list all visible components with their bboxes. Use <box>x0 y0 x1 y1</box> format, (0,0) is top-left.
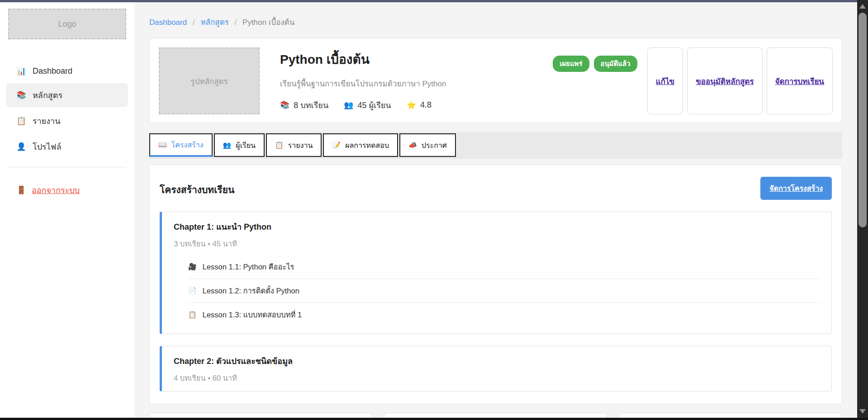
sidebar-item-label: Dashboard <box>33 66 72 76</box>
logo-placeholder: Logo <box>8 9 126 39</box>
breadcrumb-separator: / <box>193 18 195 27</box>
request-approval-label: ขออนุมัติหลักสูตร <box>696 75 754 87</box>
structure-panel: โครงสร้างบทเรียน จัดการโครงสร้าง Chapter… <box>149 165 842 404</box>
course-image-placeholder: รูปหลักสูตร <box>159 47 260 114</box>
course-stats: 📚 8 บทเรียน 👥 45 ผู้เรียน ⭐ 4.8 <box>280 99 446 112</box>
sidebar-item-dashboard[interactable]: 📊 Dashboard <box>6 61 128 81</box>
chapter-meta: 3 บทเรียน • 45 นาที <box>174 238 820 250</box>
scroll-up-arrow-icon[interactable] <box>859 4 866 9</box>
manage-lessons-button[interactable]: จัดการบทเรียน <box>767 47 833 114</box>
lesson-label: Lesson 1.1: Python คืออะไร <box>203 261 294 273</box>
chapter-card-1: Chapter 1: แนะนำ Python 3 บทเรียน • 45 น… <box>160 212 832 334</box>
chapter-card-2: Chapter 2: ตัวแปรและชนิดข้อมูล 4 บทเรียน… <box>160 346 832 392</box>
logo-label: Logo <box>58 19 76 29</box>
scroll-down-arrow-icon[interactable] <box>859 409 866 414</box>
bar-chart-icon: 📊 <box>16 66 26 76</box>
sidebar: Logo 📊 Dashboard 📚 หลักสูตร 📋 รายงาน 👤 โ… <box>0 2 135 420</box>
chapter-title: Chapter 2: ตัวแปรและชนิดข้อมูล <box>174 354 820 368</box>
window-bottom-edge <box>0 418 868 420</box>
breadcrumb: Dashboard / หลักสูตร / Python เบื้องต้น <box>149 16 842 28</box>
course-action-cards: แก้ไข ขออนุมัติหลักสูตร จัดการบทเรียน <box>647 47 833 113</box>
tab-structure-label: โครงสร้าง <box>171 139 204 151</box>
approved-badge: อนุมัติแล้ว <box>594 56 637 72</box>
books-icon: 📚 <box>16 90 26 100</box>
scrollbar-thumb[interactable] <box>859 13 867 227</box>
breadcrumb-dashboard[interactable]: Dashboard <box>149 18 187 27</box>
tab-reports-label: รายงาน <box>288 140 313 151</box>
clipboard-icon: 📋 <box>275 141 284 149</box>
stat-students: 👥 45 ผู้เรียน <box>344 99 391 112</box>
stat-lessons-value: 8 บทเรียน <box>294 99 328 112</box>
sidebar-item-profile[interactable]: 👤 โปรไฟล์ <box>6 135 128 159</box>
lesson-list: 🎥 Lesson 1.1: Python คืออะไร 📄 Lesson 1.… <box>188 255 820 326</box>
structure-header: โครงสร้างบทเรียน จัดการโครงสร้าง <box>160 177 832 200</box>
sidebar-item-label: โปรไฟล์ <box>33 140 62 153</box>
sidebar-divider <box>8 167 126 167</box>
tab-announcements[interactable]: 📣 ประกาศ <box>399 133 456 157</box>
lesson-label: Lesson 1.3: แบบทดสอบบทที่ 1 <box>203 309 302 321</box>
stat-lessons: 📚 8 บทเรียน <box>280 99 328 112</box>
stat-students-value: 45 ผู้เรียน <box>357 99 391 112</box>
page-icon: 📄 <box>188 287 197 295</box>
lesson-row[interactable]: 📄 Lesson 1.2: การติดตั้ง Python <box>188 278 820 302</box>
tab-test-results[interactable]: 📝 ผลการทดสอบ <box>323 133 398 157</box>
window-top-edge <box>0 0 868 2</box>
structure-heading: โครงสร้างบทเรียน <box>160 182 234 197</box>
star-icon: ⭐ <box>407 100 416 110</box>
memo-pencil-icon: 📝 <box>332 141 341 149</box>
breadcrumb-current-course: Python เบื้องต้น <box>242 18 294 27</box>
open-book-icon: 📖 <box>158 141 167 149</box>
books-icon: 📚 <box>280 100 289 110</box>
status-badges: เผยแพร่ อนุมัติแล้ว <box>553 56 637 113</box>
stat-rating: ⭐ 4.8 <box>407 100 432 110</box>
lesson-label: Lesson 1.2: การติดตั้ง Python <box>203 285 299 297</box>
published-badge: เผยแพร่ <box>553 56 589 72</box>
logout-link[interactable]: 🚪 ออกจากระบบ <box>6 179 128 201</box>
vertical-scrollbar[interactable] <box>857 0 868 420</box>
clipboard-icon: 📋 <box>16 116 26 126</box>
spacer <box>446 47 553 113</box>
main-content: Dashboard / หลักสูตร / Python เบื้องต้น … <box>135 2 857 420</box>
breadcrumb-separator: / <box>235 18 237 27</box>
course-tabs: 📖 โครงสร้าง 👥 ผู้เรียน 📋 รายงาน 📝 ผลการท… <box>149 132 842 159</box>
stat-rating-value: 4.8 <box>420 100 432 110</box>
sidebar-nav: 📊 Dashboard 📚 หลักสูตร 📋 รายงาน 👤 โปรไฟล… <box>0 61 134 159</box>
breadcrumb-courses[interactable]: หลักสูตร <box>200 18 228 27</box>
course-info: Python เบื้องต้น เรียนรู้พื้นฐานการเขียน… <box>280 47 446 113</box>
users-icon: 👥 <box>344 100 353 110</box>
tab-students-label: ผู้เรียน <box>236 140 256 151</box>
tab-announcements-label: ประกาศ <box>422 140 447 151</box>
course-header-card: รูปหลักสูตร Python เบื้องต้น เรียนรู้พื้… <box>149 38 842 123</box>
video-camera-icon: 🎥 <box>188 263 197 271</box>
tab-structure[interactable]: 📖 โครงสร้าง <box>149 133 213 157</box>
logout-label: ออกจากระบบ <box>32 184 80 197</box>
users-icon: 👥 <box>223 141 232 149</box>
request-approval-button[interactable]: ขออนุมัติหลักสูตร <box>687 47 762 114</box>
person-icon: 👤 <box>16 142 26 151</box>
tab-test-results-label: ผลการทดสอบ <box>345 140 389 151</box>
sidebar-item-courses[interactable]: 📚 หลักสูตร <box>6 83 128 107</box>
edit-course-label: แก้ไข <box>656 75 674 87</box>
sidebar-item-label: รายงาน <box>33 114 61 127</box>
lesson-row[interactable]: 📋 Lesson 1.3: แบบทดสอบบทที่ 1 <box>188 302 820 326</box>
door-icon: 🚪 <box>16 185 26 195</box>
manage-lessons-label: จัดการบทเรียน <box>775 75 825 87</box>
clipboard-icon: 📋 <box>188 311 197 319</box>
chapter-meta: 4 บทเรียน • 60 นาที <box>174 372 820 384</box>
sidebar-item-label: หลักสูตร <box>33 89 62 102</box>
edit-course-button[interactable]: แก้ไข <box>647 47 683 114</box>
lesson-row[interactable]: 🎥 Lesson 1.1: Python คืออะไร <box>188 255 820 278</box>
sidebar-item-reports[interactable]: 📋 รายงาน <box>6 109 128 133</box>
tab-reports[interactable]: 📋 รายงาน <box>266 133 322 157</box>
course-title: Python เบื้องต้น <box>280 49 446 69</box>
manage-structure-button[interactable]: จัดการโครงสร้าง <box>760 177 832 200</box>
tab-students[interactable]: 👥 ผู้เรียน <box>214 133 265 157</box>
course-description: เรียนรู้พื้นฐานการเขียนโปรแกรมด้วยภาษา P… <box>280 77 446 90</box>
course-image-label: รูปหลักสูตร <box>190 75 228 87</box>
megaphone-icon: 📣 <box>408 141 417 149</box>
chapter-title: Chapter 1: แนะนำ Python <box>174 220 820 233</box>
